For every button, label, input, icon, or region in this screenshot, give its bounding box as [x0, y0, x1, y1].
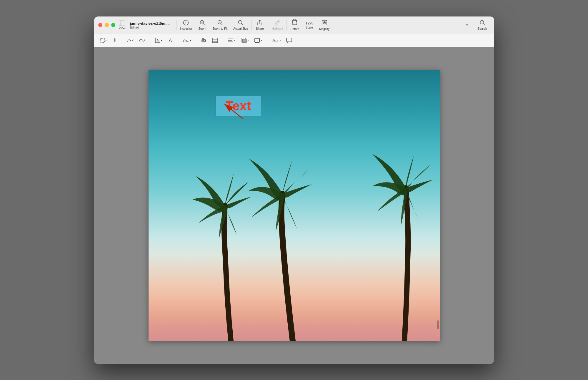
- border-caret: ▾: [261, 39, 262, 42]
- svg-rect-12: [293, 21, 297, 25]
- rotate-button[interactable]: Rotate: [287, 18, 302, 32]
- file-name: jamie-davies-eZt5m....: [130, 21, 170, 26]
- secondary-toolbar: ▾ A ▾: [94, 34, 494, 47]
- rotate-label: Rotate: [291, 27, 299, 31]
- t2-sep1: [122, 37, 122, 44]
- more-icon: »: [466, 23, 469, 27]
- zoom-to-fit-button[interactable]: Zoom to Fit: [210, 19, 231, 31]
- pen-tool-button[interactable]: [137, 36, 147, 44]
- canvas-area: Text: [94, 47, 494, 364]
- t2-sep5: [223, 37, 223, 44]
- view-icon: [119, 21, 125, 26]
- close-button[interactable]: [98, 23, 102, 27]
- traffic-lights: [98, 23, 115, 27]
- sig-caret: ▾: [190, 39, 191, 42]
- svg-rect-35: [242, 39, 246, 43]
- svg-text:i: i: [186, 21, 186, 25]
- inspector-icon: i: [183, 20, 189, 26]
- minimize-button[interactable]: [105, 23, 109, 27]
- zoom-to-fit-label: Zoom to Fit: [213, 27, 228, 30]
- svg-text:A: A: [156, 39, 159, 42]
- maximize-button[interactable]: [111, 23, 115, 27]
- shapes-button[interactable]: A ▾: [153, 36, 164, 44]
- share-button[interactable]: Share: [252, 19, 267, 31]
- svg-rect-38: [286, 38, 292, 42]
- svg-point-27: [202, 41, 204, 42]
- scale-button[interactable]: 12% Scale: [302, 20, 316, 30]
- fillstroke-caret: ▾: [247, 39, 249, 42]
- svg-line-17: [483, 24, 485, 25]
- main-window: View jamie-davies-eZt5m.... Edited i Ins…: [94, 16, 494, 364]
- page-canvas: Text: [149, 70, 440, 341]
- svg-line-3: [203, 24, 205, 25]
- layout-button[interactable]: [210, 36, 220, 44]
- comment-button[interactable]: [284, 36, 294, 44]
- t2-sep6: [267, 37, 267, 44]
- share-icon: [257, 20, 262, 26]
- magnify-label: Magnify: [319, 27, 329, 31]
- text-tool-button[interactable]: A: [166, 36, 175, 44]
- actual-size-icon: [238, 20, 244, 26]
- search-label: Search: [478, 27, 487, 30]
- actual-size-label: Actual Size: [233, 27, 248, 30]
- inspector-button[interactable]: i Inspector: [177, 19, 195, 31]
- t2-sep3: [178, 37, 178, 44]
- divider4: [286, 20, 287, 30]
- text-box[interactable]: Text: [216, 96, 261, 116]
- highlight-icon: [274, 20, 281, 26]
- shapes-caret: ▾: [161, 39, 162, 42]
- svg-rect-18: [100, 38, 104, 42]
- actual-size-button[interactable]: Actual Size: [230, 19, 251, 31]
- svg-point-15: [324, 22, 325, 23]
- svg-text:A: A: [169, 38, 172, 43]
- svg-line-10: [241, 24, 243, 25]
- magic-select-button[interactable]: [110, 36, 119, 44]
- search-icon: [479, 20, 485, 26]
- svg-text:Aa: Aa: [272, 38, 278, 43]
- svg-point-26: [204, 40, 205, 41]
- svg-rect-28: [212, 38, 218, 43]
- svg-point-25: [202, 39, 204, 40]
- t2-sep2: [150, 37, 150, 44]
- text-box-content: Text: [225, 99, 251, 113]
- border-button[interactable]: ▾: [252, 36, 264, 44]
- smooth-pen-button[interactable]: [125, 36, 135, 44]
- zoom-icon: [199, 20, 205, 26]
- divider2: [251, 20, 252, 30]
- align-caret: ▾: [234, 39, 236, 42]
- rotate-icon: [291, 19, 298, 27]
- font-button[interactable]: Aa ▾: [270, 36, 283, 44]
- signature-button[interactable]: ▾: [181, 36, 193, 44]
- file-status: Edited: [130, 26, 170, 29]
- zoom-button[interactable]: Zoom: [195, 19, 210, 31]
- file-info: jamie-davies-eZt5m.... Edited: [130, 21, 170, 29]
- scale-value: 12%: [305, 21, 313, 25]
- divider: [176, 20, 176, 30]
- svg-line-11: [278, 21, 279, 22]
- highlight-label: Highlight: [271, 27, 283, 30]
- zoom-to-fit-icon: [217, 20, 223, 26]
- svg-line-7: [221, 24, 222, 25]
- adjust-button[interactable]: [199, 36, 209, 44]
- scroll-indicator[interactable]: [437, 320, 439, 329]
- magnify-icon: [321, 19, 328, 27]
- view-toggle-button[interactable]: View: [119, 21, 125, 30]
- zoom-label: Zoom: [199, 27, 206, 30]
- select-tool-button[interactable]: ▾: [98, 37, 109, 44]
- t2-sep4: [196, 37, 196, 44]
- inspector-label: Inspector: [180, 27, 192, 30]
- select-caret: ▾: [105, 39, 107, 42]
- share-label: Share: [256, 27, 264, 30]
- fill-stroke-button[interactable]: ▾: [239, 36, 251, 44]
- align-button[interactable]: ▾: [226, 36, 237, 44]
- scale-label: Scale: [306, 26, 313, 29]
- magnify-button[interactable]: Magnify: [316, 18, 332, 32]
- highlight-button[interactable]: Highlight: [269, 19, 286, 31]
- more-button[interactable]: »: [460, 21, 475, 29]
- font-caret: ▾: [279, 39, 281, 42]
- search-button[interactable]: Search: [475, 19, 490, 31]
- divider3: [268, 20, 268, 30]
- svg-point-9: [239, 21, 242, 24]
- titlebar: View jamie-davies-eZt5m.... Edited i Ins…: [94, 16, 494, 34]
- svg-rect-36: [255, 38, 259, 42]
